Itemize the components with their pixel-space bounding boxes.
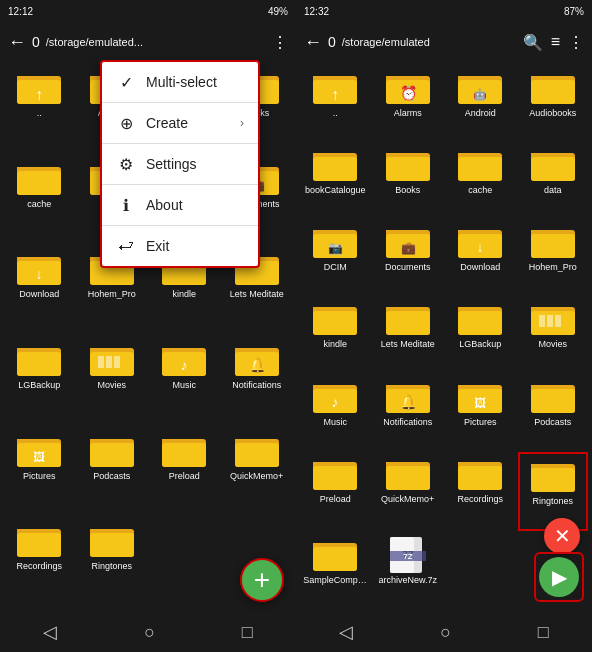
folder-ringtones[interactable]: Ringtones — [77, 519, 148, 608]
right-back-button[interactable]: ← — [304, 32, 322, 53]
svg-text:⏰: ⏰ — [399, 85, 417, 102]
right-fab-red-button[interactable]: ✕ — [544, 518, 580, 554]
folder-dotdot-r[interactable]: ↑ .. — [300, 66, 371, 141]
svg-rect-96 — [386, 157, 430, 181]
folder-lgbackup-r[interactable]: LGBackup — [445, 297, 516, 372]
folder-bookcatalogue-r[interactable]: bookCatalogue — [300, 143, 371, 218]
folder-label: Preload — [320, 494, 351, 504]
folder-download[interactable]: ↓ Download — [4, 247, 75, 336]
folder-pictures-r[interactable]: 🖼 Pictures — [445, 375, 516, 450]
menu-item-settings[interactable]: ⚙ Settings — [102, 144, 258, 184]
folder-cache-r[interactable]: cache — [445, 143, 516, 218]
recents-nav-button[interactable]: □ — [242, 622, 253, 643]
svg-text:🖼: 🖼 — [474, 396, 486, 410]
folder-label: kindle — [172, 289, 196, 299]
menu-item-create[interactable]: ⊕ Create › — [102, 103, 258, 143]
folder-music-r[interactable]: ♪ Music — [300, 375, 371, 450]
left-nav-bar: ◁ ○ □ — [0, 612, 296, 652]
folder-music[interactable]: ♪ Music — [149, 338, 220, 427]
folder-dcim-r[interactable]: 📷 DCIM — [300, 220, 371, 295]
exit-icon: ⮐ — [116, 236, 136, 256]
right-fab-green-button[interactable]: ▶ — [539, 557, 579, 597]
back-nav-button[interactable]: ◁ — [43, 621, 57, 643]
folder-alarms-r[interactable]: ⏰ Alarms — [373, 66, 444, 141]
folder-preload-r[interactable]: Preload — [300, 452, 371, 531]
svg-rect-150 — [313, 466, 357, 490]
folder-ringtones-r[interactable]: Ringtones — [518, 452, 589, 531]
menu-item-multiselect[interactable]: ✓ Multi-select — [102, 62, 258, 102]
folder-pictures[interactable]: 🖼 Pictures — [4, 429, 75, 518]
menu-label: Create — [146, 115, 188, 131]
left-back-button[interactable]: ← — [8, 32, 26, 53]
menu-item-about[interactable]: ℹ About — [102, 185, 258, 225]
right-recents-nav-button[interactable]: □ — [538, 622, 549, 643]
left-more-icon[interactable]: ⋮ — [272, 33, 288, 52]
folder-data-r[interactable]: data — [518, 143, 589, 218]
folder-android-r[interactable]: 🤖 Android — [445, 66, 516, 141]
folder-movies[interactable]: Movies — [77, 338, 148, 427]
svg-rect-63 — [90, 443, 134, 467]
folder-recordings-r[interactable]: Recordings — [445, 452, 516, 531]
folder-lgbackup[interactable]: LGBackup — [4, 338, 75, 427]
folder-label: Podcasts — [534, 417, 571, 427]
folder-label: Download — [460, 262, 500, 272]
context-menu: ✓ Multi-select ⊕ Create › ⚙ Settings ℹ A… — [100, 60, 260, 268]
folder-label: data — [544, 185, 562, 195]
folder-label: Recordings — [16, 561, 62, 571]
folder-label: Alarms — [394, 108, 422, 118]
folder-quickmemo-r[interactable]: QuickMemo+ — [373, 452, 444, 531]
file-archivenew-r[interactable]: 7Z 7Z archiveNew.7z — [373, 533, 444, 608]
folder-letsmeditate-r[interactable]: Lets Meditate — [373, 297, 444, 372]
folder-recordings[interactable]: Recordings — [4, 519, 75, 608]
folder-preload[interactable]: Preload — [149, 429, 220, 518]
folder-podcasts[interactable]: Podcasts — [77, 429, 148, 518]
folder-podcasts-r[interactable]: Podcasts — [518, 375, 589, 450]
folder-label: QuickMemo+ — [381, 494, 434, 504]
folder-label: Music — [172, 380, 196, 390]
folder-label: Books — [395, 185, 420, 195]
folder-label: LGBackup — [459, 339, 501, 349]
folder-samplecompression-r[interactable]: SampleCompre ssion — [300, 533, 371, 608]
svg-text:↓: ↓ — [477, 239, 484, 255]
right-home-nav-button[interactable]: ○ — [440, 622, 451, 643]
folder-movies-r[interactable]: Movies — [518, 297, 589, 372]
search-icon[interactable]: 🔍 — [523, 33, 543, 52]
right-back-nav-button[interactable]: ◁ — [339, 621, 353, 643]
folder-label: Hohem_Pro — [88, 289, 136, 299]
right-nav-bar: ◁ ○ □ — [296, 612, 592, 652]
svg-rect-66 — [162, 443, 206, 467]
list-view-icon[interactable]: ≡ — [551, 33, 560, 51]
folder-books-r[interactable]: Books — [373, 143, 444, 218]
folder-kindle-r[interactable]: kindle — [300, 297, 371, 372]
folder-dotdot[interactable]: ↑ .. — [4, 66, 75, 155]
more-options-icon[interactable]: ⋮ — [568, 33, 584, 52]
menu-item-exit[interactable]: ⮐ Exit — [102, 226, 258, 266]
plus-icon: + — [254, 564, 270, 596]
svg-rect-162 — [313, 547, 357, 571]
svg-rect-47 — [98, 356, 104, 368]
svg-text:🔔: 🔔 — [399, 394, 417, 411]
svg-rect-120 — [313, 311, 357, 335]
right-status-bar: 12:32 87% — [296, 0, 592, 22]
svg-text:♪: ♪ — [181, 357, 188, 373]
folder-documents-r[interactable]: 💼 Documents — [373, 220, 444, 295]
folder-cache[interactable]: cache — [4, 157, 75, 246]
svg-rect-159 — [531, 468, 575, 492]
right-battery: 87% — [564, 6, 584, 17]
folder-label: SampleCompre ssion — [303, 575, 367, 585]
right-fab-container: ▶ — [534, 552, 584, 602]
folder-notifications-r[interactable]: 🔔 Notifications — [373, 375, 444, 450]
folder-download-r[interactable]: ↓ Download — [445, 220, 516, 295]
left-time: 12:12 — [8, 6, 33, 17]
folder-quickmemo[interactable]: QuickMemo+ — [222, 429, 293, 518]
folder-label: kindle — [323, 339, 347, 349]
svg-text:📷: 📷 — [328, 240, 343, 255]
checkmark-icon: ✓ — [116, 72, 136, 92]
home-nav-button[interactable]: ○ — [144, 622, 155, 643]
left-fab-button[interactable]: + — [240, 558, 284, 602]
folder-hohem-r[interactable]: Hohem_Pro — [518, 220, 589, 295]
folder-audiobooks-r[interactable]: Audiobooks — [518, 66, 589, 141]
svg-rect-123 — [386, 311, 430, 335]
folder-label: bookCatalogue — [305, 185, 366, 195]
folder-notifications[interactable]: 🔔 Notifications — [222, 338, 293, 427]
